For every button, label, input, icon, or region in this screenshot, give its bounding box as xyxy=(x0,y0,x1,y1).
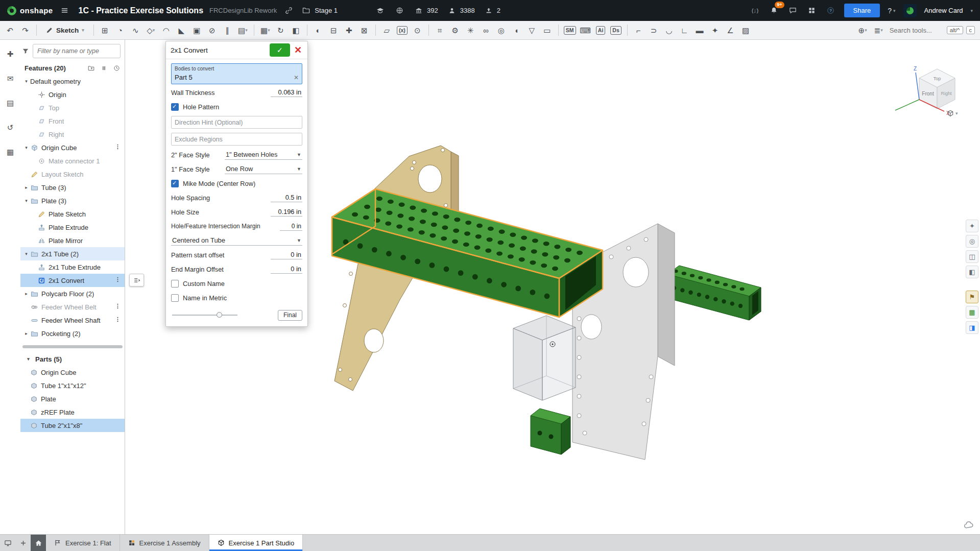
keyboard-icon[interactable]: ⌨ xyxy=(579,23,592,37)
document-stat[interactable]: 392 xyxy=(413,5,438,16)
fillet-icon[interactable]: ◠ xyxy=(159,23,173,37)
part-list-item[interactable]: Tube 2"x1"x8" xyxy=(20,419,125,432)
part-list-item[interactable]: Origin Cube xyxy=(20,366,125,379)
final-button[interactable]: Final xyxy=(278,310,302,321)
rollback-slider[interactable] xyxy=(172,315,237,316)
exclude-regions-input[interactable] xyxy=(171,133,302,146)
expander-down-icon[interactable]: ▾ xyxy=(22,79,30,84)
feature-tree-item[interactable]: ▾2x1 Tube (2) xyxy=(20,247,125,260)
plane-icon[interactable]: ▱ xyxy=(380,23,394,37)
cancel-button[interactable]: ✕ xyxy=(293,45,303,55)
slider-thumb-icon[interactable] xyxy=(217,312,222,318)
redo-icon[interactable]: ↷ xyxy=(18,23,32,37)
confirm-button[interactable]: ✓ xyxy=(270,43,290,57)
custom-panel-icon[interactable]: ⚑ xyxy=(966,291,978,303)
parts-expander-icon[interactable]: ▾ xyxy=(25,356,32,362)
layout-panel-icon[interactable]: ◨ xyxy=(966,321,978,334)
feature-options-icon[interactable] xyxy=(113,276,122,284)
expander-down-icon[interactable]: ▾ xyxy=(22,198,30,203)
revolve-icon[interactable]: ◔ xyxy=(113,23,127,37)
direction-hint-input[interactable] xyxy=(171,116,302,129)
hole-pattern-checkbox[interactable] xyxy=(171,103,179,111)
main-menu-icon[interactable] xyxy=(59,5,70,16)
transparent-cube-part[interactable] xyxy=(513,316,576,400)
view-options-button[interactable]: ▾ xyxy=(944,109,961,117)
expander-right-icon[interactable]: ▸ xyxy=(22,331,30,336)
extrude-icon[interactable]: ⊞ xyxy=(98,23,112,37)
help-menu[interactable]: ? ▾ xyxy=(888,7,895,15)
measure-icon[interactable]: ⊙ xyxy=(411,23,424,37)
linear-pattern-icon[interactable]: ▦▾ xyxy=(258,23,272,37)
ds-icon[interactable]: Ds xyxy=(609,23,623,37)
pattern-offset-input[interactable]: 0 in xyxy=(271,250,302,259)
screencast-icon[interactable] xyxy=(0,535,15,551)
variable-icon[interactable]: (x) xyxy=(395,23,409,37)
shell-icon[interactable]: ▣ xyxy=(190,23,204,37)
manipulate-icon[interactable]: ✚ xyxy=(4,48,16,60)
sheet-metal-icon[interactable]: SM xyxy=(563,23,577,37)
slot-icon[interactable]: ▬ xyxy=(693,23,707,37)
name-in-metric-checkbox[interactable] xyxy=(171,294,179,302)
frame-icon[interactable]: ⌗ xyxy=(433,23,447,37)
breadcrumb[interactable]: Stage 1 xyxy=(300,5,338,16)
bodies-to-convert-field[interactable]: Bodies to convert Part 5 ✕ xyxy=(171,63,302,84)
sketch-button[interactable]: Sketch▾ xyxy=(41,23,89,37)
feature-tree-item[interactable]: Plate Sketch xyxy=(20,207,125,221)
loft-icon[interactable]: ◇▾ xyxy=(144,23,158,37)
feature-tree-item[interactable]: Front xyxy=(20,114,125,128)
feature-tree-item[interactable]: ▸Polycarb Floor (2) xyxy=(20,287,125,300)
funnel-icon[interactable]: ▽ xyxy=(525,23,539,37)
history-icon[interactable] xyxy=(112,64,121,72)
wall-thickness-input[interactable]: 0.063 in xyxy=(271,88,302,97)
expander-down-icon[interactable]: ▾ xyxy=(22,251,30,256)
code-icon[interactable]: {;} xyxy=(750,5,761,16)
ai-icon[interactable]: Ai xyxy=(594,23,608,37)
bracket-icon[interactable]: ◖ xyxy=(510,23,523,37)
view-cube[interactable]: Top Front Right Z X xyxy=(895,66,955,116)
user-menu-chevron-icon[interactable]: ▾ xyxy=(970,8,973,13)
tube-tool-icon[interactable]: ▭ xyxy=(540,23,554,37)
face1-style-select[interactable]: One Row▼ xyxy=(225,164,302,174)
feature-tree-item[interactable]: ▾Default geometry xyxy=(20,75,125,88)
clipboard-icon[interactable]: ▤ xyxy=(4,97,16,109)
feature-tree-item[interactable]: 2x1 Convert xyxy=(20,274,125,287)
sweep-icon[interactable]: ∿ xyxy=(129,23,142,37)
share-button[interactable]: Share xyxy=(844,4,880,17)
washer-icon[interactable]: ◎ xyxy=(494,23,508,37)
insert-derived-icon[interactable]: ⊕▾ xyxy=(856,23,870,37)
feature-tree-item[interactable]: ▸Tube (3) xyxy=(20,181,125,194)
hem-icon[interactable]: ◡ xyxy=(662,23,676,37)
horizontal-scrollbar[interactable] xyxy=(22,345,123,348)
pattern-panel-icon[interactable]: ▦ xyxy=(966,306,978,319)
section-view-icon[interactable]: ◧ xyxy=(966,266,978,278)
corner-icon[interactable]: ∟ xyxy=(678,23,691,37)
new-folder-icon[interactable] xyxy=(87,64,95,72)
bend-icon[interactable]: ⌐ xyxy=(632,23,646,37)
intersection-margin-input[interactable]: 0 in xyxy=(280,222,302,231)
link-icon[interactable] xyxy=(283,5,294,16)
public-icon[interactable] xyxy=(394,5,405,16)
notebook-icon[interactable]: ▦ xyxy=(4,146,16,158)
feature-tree-item[interactable]: Origin xyxy=(20,88,125,101)
circular-pattern-icon[interactable]: ↻ xyxy=(274,23,288,37)
undo-icon[interactable]: ↶ xyxy=(3,23,17,37)
boolean-icon[interactable]: ◐ xyxy=(312,23,325,37)
dialog-anchor-button[interactable] xyxy=(129,274,144,286)
notifications-icon[interactable]: 9+ xyxy=(769,5,780,16)
onshape-logo[interactable]: onshape xyxy=(7,6,53,15)
feature-tree-item[interactable]: Mate connector 1 xyxy=(20,154,125,167)
delete-part-icon[interactable]: ⊠ xyxy=(357,23,371,37)
tab-exercise-1-assembly[interactable]: Exercise 1 Assembly xyxy=(120,535,209,551)
history-icon[interactable]: ↺ xyxy=(4,122,16,134)
right-tube-part[interactable] xyxy=(667,266,761,320)
centered-on-tube-select[interactable]: Centered on Tube▼ xyxy=(171,235,302,246)
hole-size-input[interactable]: 0.196 in xyxy=(271,207,302,217)
named-views-icon[interactable]: ◫ xyxy=(966,250,978,263)
education-icon[interactable] xyxy=(374,5,386,16)
custom-name-checkbox[interactable] xyxy=(171,280,179,288)
apps-icon[interactable] xyxy=(806,5,818,16)
small-tube-part[interactable] xyxy=(531,409,570,454)
sprocket-icon[interactable]: ✳ xyxy=(464,23,477,37)
mike-mode-checkbox[interactable] xyxy=(171,180,179,187)
feature-options-icon[interactable] xyxy=(113,303,122,311)
